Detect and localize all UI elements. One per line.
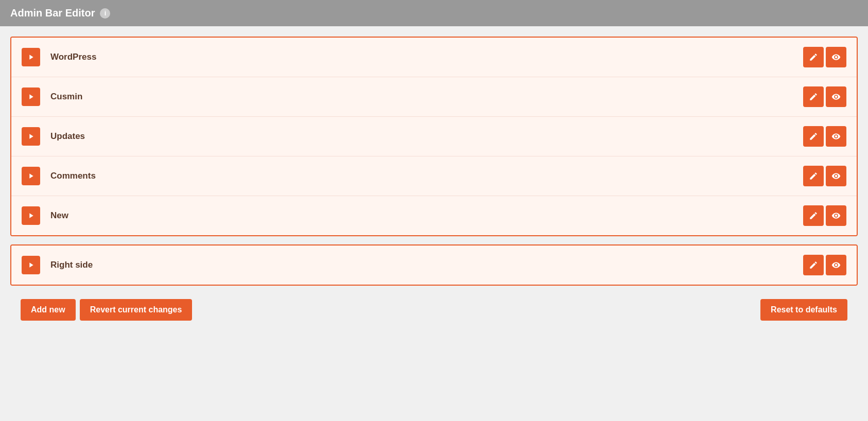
edit-button-updates[interactable]: [803, 126, 824, 147]
add-new-button[interactable]: Add new: [21, 299, 76, 321]
list-item: WordPress: [11, 38, 857, 77]
list-item: Right side: [11, 245, 857, 285]
main-content: WordPress Cusmin: [0, 26, 868, 336]
item-label-cusmin: Cusmin: [50, 92, 793, 102]
edit-button-right-side[interactable]: [803, 255, 824, 275]
svg-marker-0: [29, 55, 33, 59]
edit-button-cusmin[interactable]: [803, 86, 824, 107]
edit-button-comments[interactable]: [803, 166, 824, 186]
footer-actions: Add new Revert current changes Reset to …: [10, 294, 858, 326]
item-actions-updates: [803, 126, 846, 147]
edit-button-new[interactable]: [803, 205, 824, 226]
reset-defaults-button[interactable]: Reset to defaults: [760, 299, 847, 321]
edit-button-wordpress[interactable]: [803, 47, 824, 67]
expand-button-right-side[interactable]: [22, 256, 40, 274]
right-section-box: Right side: [10, 244, 858, 286]
item-actions-cusmin: [803, 86, 846, 107]
visibility-button-new[interactable]: [826, 205, 846, 226]
svg-marker-2: [29, 134, 33, 138]
visibility-button-updates[interactable]: [826, 126, 846, 147]
footer-left-actions: Add new Revert current changes: [21, 299, 192, 321]
expand-button-comments[interactable]: [22, 167, 40, 185]
list-item: New: [11, 196, 857, 235]
svg-marker-5: [29, 262, 33, 267]
list-item: Cusmin: [11, 77, 857, 117]
item-actions-new: [803, 205, 846, 226]
expand-button-new[interactable]: [22, 206, 40, 225]
visibility-button-wordpress[interactable]: [826, 47, 846, 67]
list-item: Comments: [11, 156, 857, 196]
page-wrapper: Admin Bar Editor i WordPress: [0, 0, 868, 421]
main-section-box: WordPress Cusmin: [10, 37, 858, 236]
visibility-button-cusmin[interactable]: [826, 86, 846, 107]
page-title: Admin Bar Editor: [10, 7, 95, 19]
revert-button[interactable]: Revert current changes: [80, 299, 193, 321]
item-actions-wordpress: [803, 47, 846, 67]
svg-marker-3: [29, 173, 33, 178]
item-label-wordpress: WordPress: [50, 52, 793, 62]
expand-button-updates[interactable]: [22, 127, 40, 146]
info-icon[interactable]: i: [100, 8, 110, 19]
svg-marker-4: [29, 213, 33, 218]
svg-marker-1: [29, 94, 33, 99]
list-item: Updates: [11, 117, 857, 156]
item-label-comments: Comments: [50, 171, 793, 181]
item-label-new: New: [50, 210, 793, 221]
expand-button-cusmin[interactable]: [22, 87, 40, 106]
visibility-button-right-side[interactable]: [826, 255, 846, 275]
item-actions-right-side: [803, 255, 846, 275]
item-label-updates: Updates: [50, 131, 793, 142]
visibility-button-comments[interactable]: [826, 166, 846, 186]
item-actions-comments: [803, 166, 846, 186]
item-label-right-side: Right side: [50, 260, 793, 270]
expand-button-wordpress[interactable]: [22, 48, 40, 66]
header-bar: Admin Bar Editor i: [0, 0, 868, 26]
